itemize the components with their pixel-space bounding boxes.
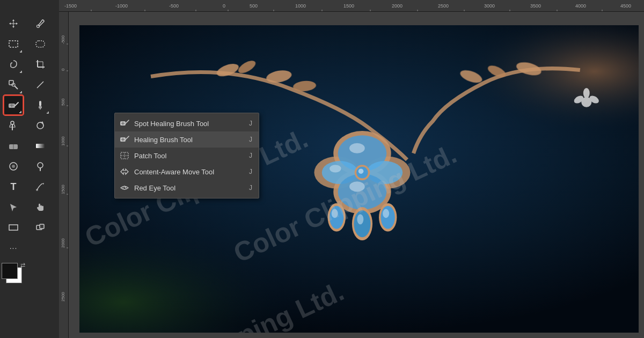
patch-tool-icon bbox=[119, 150, 130, 161]
gradient-tool[interactable] bbox=[31, 136, 50, 156]
svg-line-121 bbox=[126, 136, 129, 139]
pen-icon bbox=[35, 181, 46, 192]
submenu-arrow bbox=[20, 50, 22, 53]
measure-tool[interactable] bbox=[31, 75, 50, 94]
left-ruler-svg: -500 0 500 1000 1500 2000 2500 bbox=[59, 12, 69, 338]
svg-text:4500: 4500 bbox=[620, 3, 631, 9]
svg-text:3500: 3500 bbox=[530, 3, 541, 9]
context-menu: Spot Healing Brush Tool J Healing Brush … bbox=[114, 113, 259, 199]
dots-icon: ··· bbox=[10, 244, 18, 252]
svg-text:2500: 2500 bbox=[61, 292, 65, 302]
main-area: T ··· ⇄ bbox=[0, 12, 644, 338]
marquee-icon bbox=[8, 39, 19, 49]
clone-stamp-tool[interactable] bbox=[4, 116, 23, 135]
eraser-tool[interactable] bbox=[4, 136, 23, 156]
svg-text:-500: -500 bbox=[61, 35, 65, 44]
hand-tool[interactable] bbox=[31, 197, 50, 217]
top-ruler: -1500 -1000 -500 0 500 1000 1500 2000 25… bbox=[59, 0, 644, 12]
type-tool[interactable]: T bbox=[4, 177, 23, 196]
healing-brush-tool-active[interactable] bbox=[4, 95, 23, 115]
svg-text:2000: 2000 bbox=[61, 238, 65, 248]
pen-tool[interactable] bbox=[31, 177, 50, 196]
rectangle-tool[interactable] bbox=[4, 218, 23, 237]
svg-point-41 bbox=[12, 165, 15, 168]
submenu-arrow bbox=[47, 112, 49, 114]
brush-flyout-icon bbox=[35, 100, 46, 111]
menu-item-patch-tool[interactable]: Patch Tool J bbox=[115, 148, 259, 164]
svg-text:2500: 2500 bbox=[438, 3, 449, 9]
svg-point-106 bbox=[383, 209, 389, 218]
history-brush-tool[interactable] bbox=[31, 116, 50, 135]
svg-text:500: 500 bbox=[250, 3, 258, 9]
toolbar-col-2 bbox=[27, 12, 54, 338]
path-select-icon bbox=[8, 202, 19, 212]
dotted-lasso-icon bbox=[35, 39, 46, 49]
dodge-tool[interactable] bbox=[31, 157, 50, 176]
history-brush-icon bbox=[35, 120, 46, 131]
menu-item-red-eye-label: Red Eye Tool bbox=[134, 184, 175, 192]
menu-item-spot-healing-label: Spot Healing Brush Tool bbox=[134, 120, 209, 128]
svg-line-30 bbox=[14, 86, 18, 89]
healing-brush-menu-icon bbox=[119, 134, 130, 145]
move-tool[interactable] bbox=[4, 14, 23, 33]
more-tools[interactable]: ··· bbox=[4, 238, 23, 258]
menu-item-content-aware-shortcut: J bbox=[249, 168, 252, 175]
svg-line-117 bbox=[126, 120, 129, 123]
svg-text:1500: 1500 bbox=[61, 185, 65, 194]
svg-rect-42 bbox=[9, 225, 18, 230]
menu-item-patch-label: Patch Tool bbox=[134, 152, 166, 160]
blur-icon bbox=[8, 161, 19, 172]
svg-text:4000: 4000 bbox=[575, 3, 586, 9]
menu-item-healing-brush-shortcut: J bbox=[249, 136, 252, 143]
magic-wand-tool[interactable] bbox=[4, 75, 23, 94]
svg-point-125 bbox=[123, 186, 126, 189]
ruler-container: -1500 -1000 -500 0 500 1000 1500 2000 25… bbox=[0, 0, 644, 12]
foreground-swatch[interactable] bbox=[2, 263, 18, 279]
svg-rect-28 bbox=[9, 41, 18, 47]
svg-point-103 bbox=[357, 214, 363, 224]
svg-rect-44 bbox=[36, 41, 45, 47]
swap-colors[interactable]: ⇄ bbox=[20, 262, 25, 269]
clone-stamp-icon bbox=[8, 120, 19, 131]
svg-text:-500: -500 bbox=[169, 3, 179, 9]
menu-item-spot-healing[interactable]: Spot Healing Brush Tool J bbox=[115, 115, 259, 131]
shape-tool[interactable] bbox=[31, 218, 50, 237]
hand-icon bbox=[35, 202, 46, 212]
svg-point-113 bbox=[583, 88, 590, 98]
svg-text:500: 500 bbox=[61, 98, 65, 106]
svg-point-105 bbox=[381, 206, 395, 229]
type-icon: T bbox=[11, 181, 17, 193]
svg-text:1000: 1000 bbox=[61, 136, 65, 146]
svg-rect-50 bbox=[39, 106, 42, 108]
svg-text:3000: 3000 bbox=[484, 3, 495, 9]
svg-point-54 bbox=[38, 163, 43, 168]
svg-rect-53 bbox=[36, 144, 45, 148]
crop-tool[interactable] bbox=[31, 55, 50, 74]
menu-item-red-eye-shortcut: J bbox=[249, 184, 252, 192]
svg-text:0: 0 bbox=[223, 3, 225, 9]
crop-icon bbox=[35, 59, 46, 70]
menu-item-healing-brush-label: Healing Brush Tool bbox=[134, 136, 193, 144]
menu-item-red-eye[interactable]: Red Eye Tool J bbox=[115, 180, 259, 196]
top-ruler-svg: -1500 -1000 -500 0 500 1000 1500 2000 25… bbox=[59, 0, 644, 11]
marquee-tool[interactable] bbox=[4, 34, 23, 54]
svg-text:2000: 2000 bbox=[392, 3, 402, 9]
eraser-icon bbox=[8, 141, 19, 151]
submenu-arrow bbox=[19, 111, 21, 113]
ruler-corner bbox=[0, 0, 59, 12]
submenu-arrow bbox=[20, 71, 22, 73]
dotted-lasso-tool[interactable] bbox=[31, 34, 50, 54]
color-swatches[interactable]: ⇄ bbox=[1, 262, 26, 290]
lasso-icon bbox=[8, 59, 19, 70]
svg-line-35 bbox=[15, 102, 18, 106]
red-eye-icon bbox=[119, 182, 130, 193]
menu-item-content-aware[interactable]: Content-Aware Move Tool J bbox=[115, 164, 259, 180]
eyedropper-tool[interactable] bbox=[31, 14, 50, 33]
svg-rect-49 bbox=[39, 101, 41, 106]
path-select-tool[interactable] bbox=[4, 197, 23, 217]
measure-icon bbox=[35, 79, 46, 90]
lasso-tool[interactable] bbox=[4, 55, 23, 74]
menu-item-healing-brush[interactable]: Healing Brush Tool J bbox=[115, 131, 259, 148]
blur-tool[interactable] bbox=[4, 157, 23, 176]
brush-flyout[interactable] bbox=[31, 95, 50, 115]
